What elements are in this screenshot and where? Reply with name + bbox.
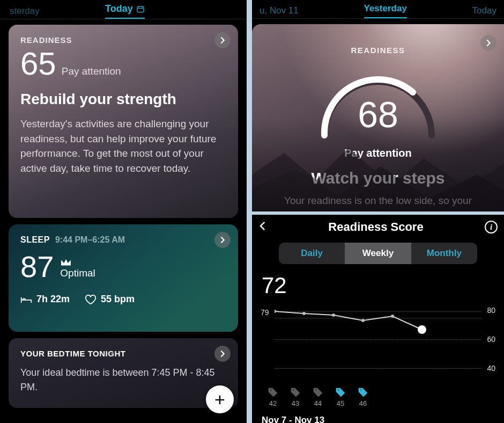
tab-yesterday-active[interactable]: Yesterday — [364, 3, 407, 18]
seg-monthly[interactable]: Monthly — [411, 243, 477, 264]
mountain-art — [252, 137, 504, 212]
bedtime-text: Your ideal bedtime is between 7:45 PM - … — [20, 366, 226, 395]
plus-icon: + — [214, 389, 225, 410]
svg-point-4 — [361, 319, 365, 322]
week-number: 43 — [292, 399, 299, 407]
trend-title: Readiness Score — [328, 220, 423, 234]
date-range: Nov 7 - Nov 13 — [262, 415, 498, 423]
sleep-score-line: 87 Optimal — [20, 249, 226, 284]
svg-point-1 — [275, 310, 276, 313]
week-tags: 42 43 44 45 46 — [267, 386, 498, 407]
week-number: 45 — [337, 399, 344, 407]
svg-point-6 — [418, 325, 426, 334]
sleep-stats: 7h 22m 55 bpm — [20, 294, 226, 305]
open-bedtime-arrow-icon[interactable] — [214, 346, 231, 362]
tab-today-label: Today — [105, 3, 133, 14]
period-segmented-control[interactable]: Daily Weekly Monthly — [279, 243, 477, 264]
trend-line — [275, 302, 489, 382]
tag-icon — [335, 386, 346, 398]
readiness-label: READINESS — [20, 35, 226, 45]
week-tag-44[interactable]: 44 — [312, 386, 324, 407]
bedtime-label: YOUR BEDTIME TONIGHT — [20, 349, 226, 358]
readiness-body: Yesterday's activities are challenging y… — [20, 116, 226, 176]
yesterday-screen: u, Nov 11 Yesterday Today READINESS 68 P… — [252, 0, 504, 212]
tag-icon — [267, 386, 279, 398]
sleep-score: 87 — [20, 249, 54, 284]
readiness-score: 65 — [20, 48, 56, 80]
open-readiness-arrow-icon-2[interactable] — [480, 35, 496, 51]
day-tabbar: sterday Today — [0, 0, 247, 19]
svg-point-3 — [332, 313, 335, 317]
bed-icon — [20, 294, 32, 305]
sleep-duration: 7h 22m — [36, 294, 70, 305]
tag-icon — [357, 386, 369, 398]
readiness-score-2: 68 — [308, 93, 448, 135]
seg-daily[interactable]: Daily — [279, 243, 345, 264]
week-tag-42[interactable]: 42 — [267, 386, 279, 407]
calendar-icon — [136, 5, 145, 13]
back-button[interactable] — [258, 220, 267, 234]
trend-chart[interactable]: 79 80 60 40 — [258, 302, 498, 382]
tab-yesterday[interactable]: sterday — [10, 6, 40, 17]
svg-point-2 — [302, 312, 306, 315]
heart-icon — [85, 294, 97, 305]
readiness-trend-screen: Readiness Score i Daily Weekly Monthly 7… — [252, 215, 504, 423]
cards-scroll[interactable]: READINESS 65 Pay attention Rebuild your … — [0, 19, 247, 408]
sleep-label: SLEEP — [20, 235, 50, 245]
week-tag-43[interactable]: 43 — [290, 386, 301, 407]
readiness-tag: Pay attention — [62, 65, 121, 77]
chevron-left-icon — [258, 220, 267, 232]
seg-weekly[interactable]: Weekly — [345, 243, 411, 264]
readiness-score-line: 65 Pay attention — [20, 48, 226, 80]
sleep-times: 9:44 PM–6:25 AM — [55, 235, 125, 245]
week-tag-46[interactable]: 46 — [357, 386, 369, 407]
trend-header: Readiness Score i — [258, 220, 498, 234]
readiness-card-large[interactable]: READINESS 68 Pay attention Watch your st… — [252, 24, 504, 212]
add-fab-button[interactable]: + — [206, 385, 234, 413]
readiness-card[interactable]: READINESS 65 Pay attention Rebuild your … — [9, 25, 238, 218]
readiness-label-2: READINESS — [252, 46, 504, 55]
bedtime-card[interactable]: YOUR BEDTIME TONIGHT Your ideal bedtime … — [9, 338, 238, 408]
week-number: 42 — [269, 399, 277, 407]
tab-today-2[interactable]: Today — [472, 5, 496, 16]
tab-today[interactable]: Today — [105, 3, 145, 19]
sleep-title: SLEEP 9:44 PM–6:25 AM — [20, 235, 226, 245]
svg-rect-0 — [137, 6, 144, 12]
sleep-card[interactable]: SLEEP 9:44 PM–6:25 AM 87 Optimal 7h 22m — [9, 224, 238, 332]
week-tag-45[interactable]: 45 — [335, 386, 346, 407]
info-button[interactable]: i — [485, 221, 498, 234]
tag-icon — [312, 386, 324, 398]
svg-point-5 — [391, 315, 394, 318]
chart-left-label: 79 — [261, 308, 269, 317]
tag-icon — [290, 386, 301, 398]
today-screen: sterday Today READINESS 65 Pay attention… — [0, 0, 247, 423]
day-tabbar-2: u, Nov 11 Yesterday Today — [252, 0, 504, 19]
week-number: 44 — [314, 399, 322, 407]
readiness-headline: Rebuild your strength — [20, 91, 226, 108]
open-sleep-arrow-icon[interactable] — [214, 232, 231, 248]
crown-icon — [60, 258, 72, 267]
week-number: 46 — [359, 399, 367, 407]
sleep-bpm: 55 bpm — [101, 294, 135, 305]
info-icon: i — [490, 223, 492, 232]
tab-date[interactable]: u, Nov 11 — [260, 5, 299, 16]
readiness-gauge: 68 — [308, 60, 448, 146]
trend-current-score: 72 — [262, 273, 498, 298]
sleep-optimal: Optimal — [60, 267, 95, 279]
